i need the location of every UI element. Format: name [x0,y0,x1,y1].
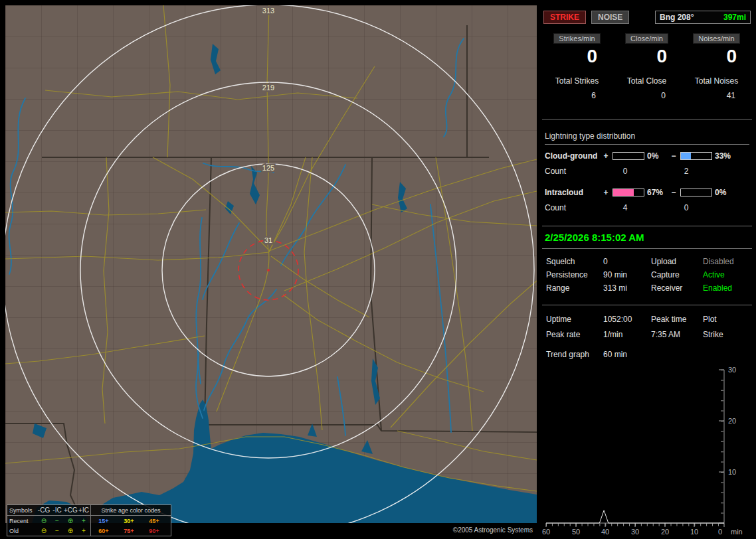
map-canvas[interactable]: 313 219 125 31 [5,5,537,523]
minus-percent: 0% [715,188,737,197]
total-close: Total Close 0 [612,76,682,100]
age-code: 90+ [142,528,167,534]
y-tick-label: 10 [728,468,736,476]
intracloud-count-row: Count 4 0 [545,203,749,212]
strikes-per-min-label[interactable]: Strikes/min [553,33,600,44]
intracloud-row: Intracloud + 67% − 0% [545,188,749,197]
plus-percent: 0% [647,151,670,161]
cloud-ground-row: Cloud-ground + 0% − 33% [545,151,749,161]
plus-percent: 67% [647,188,670,197]
x-tick-label: 40 [601,528,609,536]
legend-recent-row: Recent ⊖ − ⊕ + 15+ 30+ 45+ [7,516,171,526]
total-close-label: Total Close [612,76,682,86]
minus-count: 0 [671,203,702,212]
minus-sign: − [670,188,678,197]
trend-axes [546,370,724,523]
legend-col-neg-ic: -IC [50,507,64,514]
distribution-type-label: Intracloud [545,188,602,197]
trend-line [546,510,724,523]
range-ring-label: 31 [264,236,272,244]
plot-value: Strike [703,330,752,339]
rates-row: Strikes/min 0 Close/min 0 Noises/min 0 [542,33,752,67]
peak-time-value: 7:35 AM [651,330,703,339]
bearing-display: Bng 208° 397mi [655,11,751,24]
noises-per-min-label[interactable]: Noises/min [693,33,739,44]
cloud-ground-count-row: Count 0 2 [545,167,749,176]
age-code: 45+ [142,518,167,524]
separator [542,248,752,249]
close-per-min: Close/min 0 [612,33,682,67]
total-strikes: Total Strikes 6 [542,76,612,100]
x-tick-label: 20 [661,528,669,536]
x-tick-label: 50 [572,528,580,536]
plus-sign: + [602,188,610,197]
status-panel: STRIKE NOISE Bng 208° 397mi Strikes/min … [542,5,752,534]
datetime-display: 2/25/2026 8:15:02 AM [545,232,749,243]
bearing-label: Bng 208° [660,13,694,22]
copyright-text: ©2005 Astrogenic Systems [453,526,533,534]
pos-ic-symbol-icon: + [77,518,90,524]
stats-grid: Uptime 1052:00 Peak time Plot Peak rate … [542,315,752,339]
persistence-value: 90 min [603,270,651,279]
range-value: 313 mi [603,283,651,293]
plus-count: 4 [610,203,640,212]
count-label: Count [545,167,602,176]
age-code: 75+ [116,528,142,534]
uptime-label: Uptime [546,315,603,324]
neg-ic-symbol-icon: − [50,528,64,534]
major-ticks [546,370,724,527]
squelch-value: 0 [603,257,651,266]
neg-cg-symbol-icon: ⊖ [37,518,50,524]
minus-percent: 33% [715,151,737,161]
minus-bar-fill [681,153,691,159]
x-tick-label: 60 [542,528,550,536]
close-per-min-label[interactable]: Close/min [625,33,668,44]
separator [542,119,752,119]
total-noises-label: Total Noises [682,76,751,86]
persistence-label: Persistence [546,270,603,279]
total-close-value: 0 [612,91,682,100]
bearing-distance: 397mi [723,13,746,22]
peak-rate-value: 1/min [603,330,651,339]
legend-header-row: Symbols -CG -IC +CG +IC Strike age color… [7,505,171,516]
legend-row-label: Recent [7,518,37,524]
y-tick-label: 30 [728,366,736,374]
minus-count: 2 [671,167,702,176]
capture-status: Active [703,270,752,279]
distribution-title: Lightning type distribution [545,131,749,145]
plot-toggle-row: STRIKE NOISE Bng 208° 397mi [542,5,752,24]
count-label: Count [545,203,602,212]
map-area: 313 219 125 31 Symbols -CG -IC +CG +IC S… [5,5,537,535]
pos-cg-symbol-icon: ⊕ [64,528,77,534]
pos-cg-symbol-icon: ⊕ [64,518,77,524]
trend-graph-label: Trend graph [546,350,603,359]
upload-status: Disabled [703,257,752,266]
plus-bar [613,152,644,160]
total-strikes-value: 6 [542,91,612,100]
plus-count: 0 [610,167,640,176]
close-per-min-value: 0 [612,46,682,67]
legend-symbols-header: Symbols [7,507,37,514]
x-axis-unit: min [731,528,743,536]
legend-row-label: Old [7,528,37,534]
plus-sign: + [602,151,610,161]
distribution-type-label: Cloud-ground [545,151,602,161]
capture-label: Capture [651,270,703,279]
settings-grid: Squelch 0 Upload Disabled Persistence 90… [542,257,752,293]
detector-location [267,269,270,271]
range-label: Range [546,283,603,293]
minus-sign: − [670,151,678,161]
plus-bar-fill [613,189,634,196]
trend-graph-window: 60 min [603,350,627,359]
noise-button[interactable]: NOISE [591,11,629,24]
trend-graph: 30 20 10 60 50 40 30 20 10 0 min [542,366,752,539]
squelch-label: Squelch [546,257,603,266]
trend-graph-header: Trend graph 60 min [542,350,752,359]
map-legend: Symbols -CG -IC +CG +IC Strike age color… [7,504,171,536]
age-codes: 15+ 30+ 45+ [90,516,171,526]
minus-bar [680,152,712,160]
peak-rate-label: Peak rate [546,330,603,339]
range-ring-label: 313 [262,7,274,15]
legend-col-pos-ic: +IC [77,507,90,514]
strike-button[interactable]: STRIKE [543,11,586,24]
